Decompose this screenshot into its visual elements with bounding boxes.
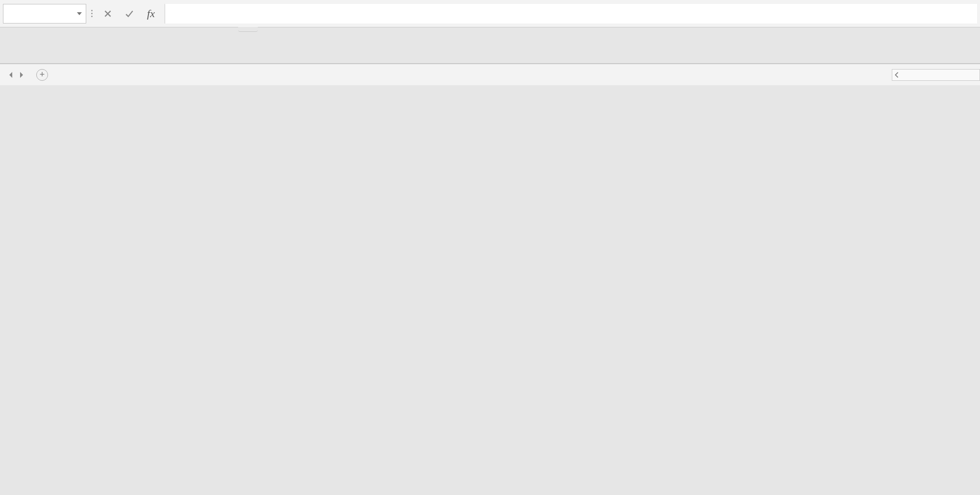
name-box[interactable] xyxy=(3,4,86,24)
confirm-edit-button[interactable] xyxy=(119,4,140,24)
tab-scroll-buttons[interactable] xyxy=(3,71,29,78)
chevron-right-icon xyxy=(19,71,24,78)
new-sheet-button[interactable]: + xyxy=(36,69,48,81)
x-icon xyxy=(103,9,112,18)
horizontal-scrollbar[interactable] xyxy=(892,69,980,81)
formula-bar: fx xyxy=(0,0,980,27)
check-icon xyxy=(125,9,134,18)
chevron-left-icon xyxy=(894,72,899,78)
ribbon-collapsed-area xyxy=(0,27,980,64)
cancel-edit-button[interactable] xyxy=(97,4,119,24)
formula-bar-expand-icon[interactable] xyxy=(238,27,258,32)
chevron-left-icon xyxy=(8,71,14,78)
chevron-down-icon[interactable] xyxy=(77,12,82,15)
fx-icon: fx xyxy=(147,7,155,20)
sheet-tab-bar: + xyxy=(0,64,980,85)
formula-input[interactable] xyxy=(165,4,977,24)
formula-bar-handle-icon[interactable] xyxy=(86,10,97,17)
insert-function-button[interactable]: fx xyxy=(140,4,162,24)
plus-icon: + xyxy=(40,70,45,80)
